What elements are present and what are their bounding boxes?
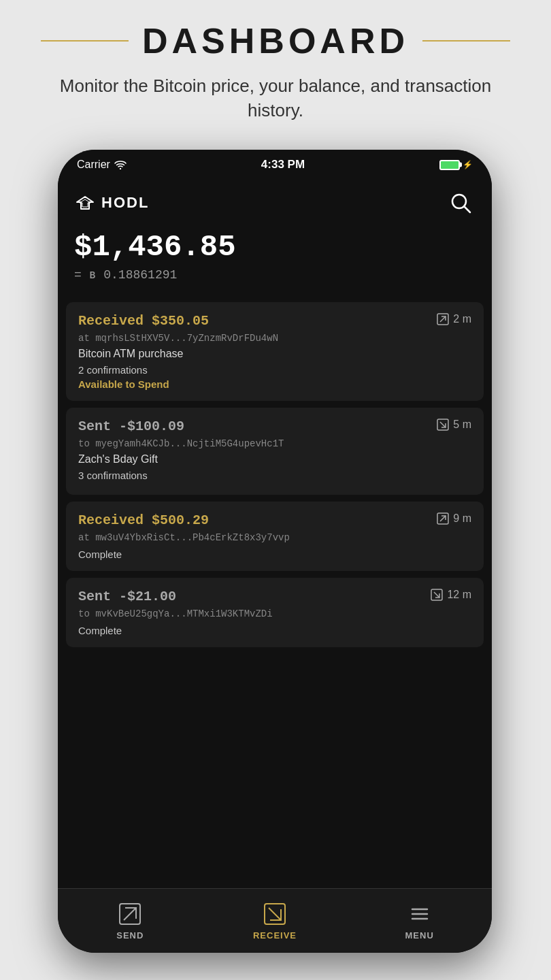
- tx-top-row: Sent -$100.09 5 m: [78, 419, 471, 434]
- send-label: SEND: [116, 930, 144, 941]
- bolt-icon: ⚡: [463, 160, 473, 169]
- transaction-item[interactable]: Received $500.29 9 m at mw3uV4YbxRisCt..…: [66, 502, 484, 571]
- balance-btc-value: ʙ 0.18861291: [89, 268, 178, 282]
- app-name: HODL: [101, 194, 149, 212]
- balance-usd: $1,436.85: [74, 230, 475, 264]
- tx-time-value: 2 m: [453, 313, 471, 325]
- svg-line-4: [464, 206, 470, 212]
- tx-label: Zach's Bday Gift: [78, 453, 471, 466]
- tx-time-value: 9 m: [453, 512, 471, 525]
- svg-line-10: [440, 516, 446, 521]
- search-icon: [448, 191, 473, 215]
- balance-area: $1,436.85 = ʙ 0.18861291: [58, 225, 492, 302]
- svg-line-16: [269, 908, 281, 920]
- tx-address: at mw3uV4YbxRisCt...Pb4cErkZt8x3y7vvp: [78, 532, 471, 543]
- tx-time: 9 m: [437, 512, 471, 525]
- transaction-item[interactable]: Sent -$100.09 5 m to myegYamh4KCJb...Ncj…: [66, 408, 484, 495]
- battery-icon: [439, 160, 460, 170]
- page-header: DASHBOARD Monitor the Bitcoin price, you…: [0, 0, 551, 137]
- status-time: 4:33 PM: [261, 158, 305, 172]
- transaction-item[interactable]: Received $350.05 2 m at mqrhsLStHXV5V...…: [66, 302, 484, 401]
- svg-line-6: [440, 316, 446, 322]
- carrier-label: Carrier: [77, 159, 110, 171]
- receive-label: RECEIVE: [253, 930, 297, 941]
- transaction-item[interactable]: Sent -$21.00 12 m to mvKvBeU25gqYa...MTM…: [66, 578, 484, 647]
- tx-status: Complete: [78, 549, 471, 560]
- tx-amount: Received $500.29: [78, 512, 209, 528]
- tx-time: 12 m: [431, 589, 471, 601]
- bottom-nav: SEND RECEIVE MENU: [58, 888, 492, 953]
- tx-time: 5 m: [437, 419, 471, 431]
- menu-icon: [407, 902, 432, 926]
- tx-confirmations: 2 confirmations: [78, 364, 471, 376]
- receive-icon: [263, 902, 287, 926]
- tx-confirmations: 3 confirmations: [78, 470, 471, 481]
- svg-point-0: [120, 168, 121, 169]
- incoming-icon: [437, 512, 449, 525]
- svg-line-8: [440, 422, 446, 427]
- nav-menu[interactable]: MENU: [347, 902, 492, 941]
- header-line-right: [422, 40, 510, 42]
- tx-address: at mqrhsLStHXV5V...7yZnzmRvDrFDu4wN: [78, 333, 471, 344]
- nav-send[interactable]: SEND: [58, 902, 203, 941]
- tx-status: Complete: [78, 625, 471, 636]
- battery-area: ⚡: [439, 160, 473, 170]
- tx-status: Available to Spend: [78, 378, 471, 390]
- page-title: DASHBOARD: [142, 20, 409, 61]
- app-logo: HODL: [74, 194, 149, 212]
- balance-eq: =: [74, 268, 82, 282]
- search-button[interactable]: [446, 188, 475, 218]
- tx-amount: Received $350.05: [78, 313, 209, 329]
- tx-time-value: 12 m: [447, 589, 471, 601]
- tx-address: to myegYamh4KCJb...NcjtiM5G4upevHc1T: [78, 438, 471, 449]
- tx-top-row: Received $500.29 9 m: [78, 512, 471, 528]
- status-bar: Carrier 4:33 PM ⚡: [58, 150, 492, 177]
- phone-content: HODL $1,436.85 = ʙ 0.18861291 Receive: [58, 177, 492, 912]
- header-line-left: [41, 40, 129, 42]
- tx-amount: Sent -$100.09: [78, 419, 184, 434]
- wifi-icon: [114, 160, 127, 169]
- outgoing-icon: [431, 589, 443, 601]
- incoming-icon: [437, 313, 449, 325]
- svg-line-14: [124, 908, 136, 920]
- menu-label: MENU: [405, 930, 434, 941]
- nav-receive[interactable]: RECEIVE: [203, 902, 348, 941]
- outgoing-icon: [437, 419, 449, 431]
- page-subtitle: Monitor the Bitcoin price, your balance,…: [41, 74, 510, 123]
- tx-address: to mvKvBeU25gqYa...MTMxi1W3KTMvZDi: [78, 608, 471, 619]
- hodl-logo-icon: [74, 195, 96, 210]
- balance-btc: = ʙ 0.18861291: [74, 267, 475, 282]
- tx-time-value: 5 m: [453, 419, 471, 431]
- header-line: DASHBOARD: [41, 20, 510, 61]
- tx-amount: Sent -$21.00: [78, 589, 176, 604]
- transaction-list: Received $350.05 2 m at mqrhsLStHXV5V...…: [58, 302, 492, 860]
- tx-top-row: Sent -$21.00 12 m: [78, 589, 471, 604]
- app-header: HODL: [58, 177, 492, 225]
- svg-line-12: [434, 592, 439, 598]
- tx-top-row: Received $350.05 2 m: [78, 313, 471, 329]
- tx-label: Bitcoin ATM purchase: [78, 348, 471, 360]
- send-icon: [118, 902, 142, 926]
- tx-time: 2 m: [437, 313, 471, 325]
- carrier-info: Carrier: [77, 159, 127, 171]
- phone-shell: Carrier 4:33 PM ⚡ HODL: [58, 150, 492, 953]
